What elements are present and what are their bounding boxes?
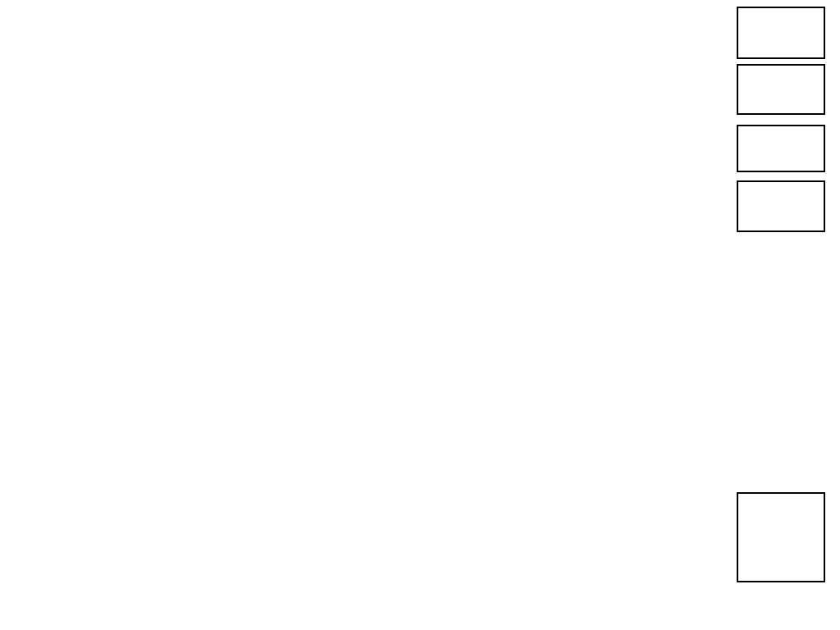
ephemeris-info-box	[737, 492, 825, 582]
wbd-spectrogram-display	[0, 0, 840, 630]
legend-box-resolution	[737, 125, 825, 172]
legend-box-antenna	[737, 64, 825, 115]
axes-layer	[0, 0, 840, 630]
legend-box-translation	[737, 180, 825, 232]
legend-box-data-mode	[737, 7, 825, 59]
